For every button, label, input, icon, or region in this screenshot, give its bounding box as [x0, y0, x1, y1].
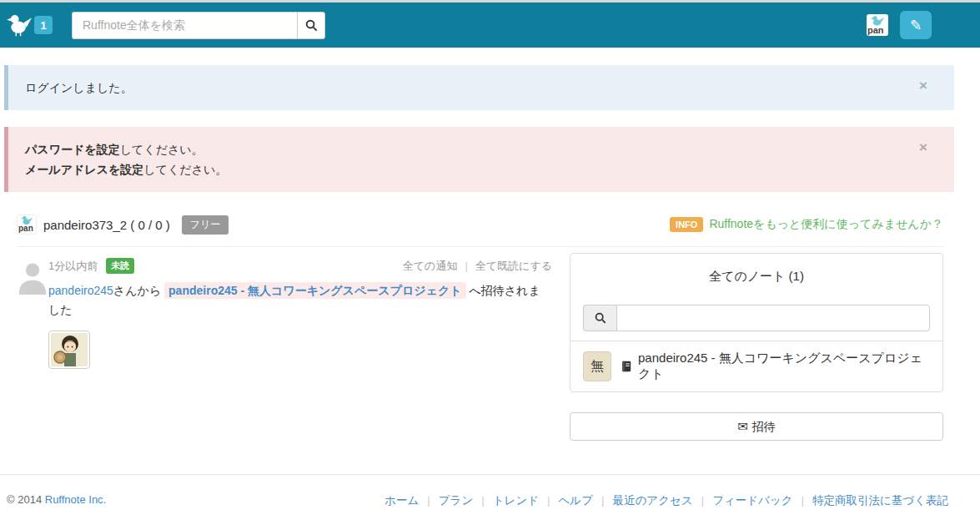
separator: | — [481, 494, 485, 507]
invited-note-link[interactable]: pandeiro245 - 無人コワーキングスペースプロジェクト — [164, 282, 466, 299]
close-icon[interactable]: × — [919, 138, 927, 158]
separator: | — [465, 260, 467, 272]
user-avatar-small[interactable]: pan — [17, 215, 37, 235]
notes-search-input[interactable] — [616, 305, 930, 331]
notification-body: 1分以内前 未読 全ての通知|全て既読にする pandeiro245さんから p… — [48, 253, 552, 370]
settings-warning-alert: パスワードを設定してください。 メールアドレスを設定してください。 × — [4, 127, 954, 192]
footer-link-trend[interactable]: トレンド — [493, 494, 539, 507]
user-bar-right: INFO Ruffnoteをもっと便利に使ってみませんか？ — [670, 217, 943, 232]
warning-line: メールアドレスを設定してください。 — [25, 159, 937, 179]
user-avatar[interactable]: pan — [867, 14, 888, 36]
notes-search — [583, 305, 930, 331]
person-silhouette-icon — [17, 260, 48, 295]
page: 1 pan — [0, 0, 980, 530]
footer-link-home[interactable]: ホーム — [384, 494, 419, 507]
copyright: © 2014 Ruffnote Inc. — [7, 493, 106, 506]
company-link[interactable]: Ruffnote Inc. — [45, 493, 106, 506]
promo-link[interactable]: Ruffnoteをもっと便利に使ってみませんか？ — [709, 217, 943, 232]
pencil-icon: ✎ — [910, 17, 922, 34]
notebook-icon — [621, 361, 632, 372]
user-bar: pan pandeiro373_2 ( 0 / 0 ) フリー INFO Ruf… — [17, 192, 943, 247]
warning-line-rest: してください。 — [120, 143, 204, 156]
user-bar-left: pan pandeiro373_2 ( 0 / 0 ) フリー — [17, 215, 229, 235]
close-icon[interactable]: × — [919, 76, 927, 96]
global-search-button[interactable] — [297, 12, 325, 39]
warning-line: パスワードを設定してください。 — [25, 139, 937, 159]
invite-button-label: 招待 — [752, 420, 776, 433]
envelope-icon: ✉ — [737, 419, 748, 433]
notification-item: 1分以内前 未読 全ての通知|全て既読にする pandeiro245さんから p… — [17, 253, 550, 370]
separator: | — [427, 494, 430, 507]
sender-link[interactable]: pandeiro245 — [48, 284, 113, 297]
topbar-left: 1 — [0, 12, 325, 39]
notification-meta-links: 全ての通知|全て既読にする — [403, 259, 552, 274]
footer-link-help[interactable]: ヘルプ — [559, 494, 593, 507]
mark-all-read-link[interactable]: 全て既読にする — [475, 260, 552, 272]
info-badge: INFO — [670, 217, 703, 232]
footer-link-legal[interactable]: 特定商取引法に基づく表記 — [812, 494, 948, 507]
notification-time: 1分以内前 — [48, 259, 98, 274]
new-note-button[interactable]: ✎ — [900, 11, 932, 39]
separator: | — [701, 494, 705, 507]
separator: | — [802, 494, 805, 507]
all-notifications-link[interactable]: 全ての通知 — [403, 260, 458, 272]
footer: © 2014 Ruffnote Inc. ホーム|プラン|トレンド|ヘルプ|最近… — [0, 474, 980, 508]
username: pandeiro373_2 ( 0 / 0 ) — [43, 218, 170, 232]
main-container: pan pandeiro373_2 ( 0 / 0 ) フリー INFO Ruf… — [17, 192, 943, 441]
copyright-text: © 2014 — [7, 493, 42, 506]
global-search — [72, 12, 325, 39]
login-success-alert: ログインしました。 × — [4, 65, 954, 110]
avatar-label: pan — [867, 25, 884, 35]
footer-link-feedback[interactable]: フィードバック — [712, 494, 792, 507]
unread-badge: 未読 — [106, 258, 134, 274]
plan-badge: フリー — [182, 215, 229, 235]
warning-line-bold: パスワードを設定 — [25, 143, 120, 156]
notifications-column: 1分以内前 未読 全ての通知|全て既読にする pandeiro245さんから p… — [17, 253, 550, 441]
notification-message: pandeiro245さんから pandeiro245 - 無人コワーキングスペ… — [48, 281, 552, 320]
notification-avatar — [17, 253, 48, 370]
pandeiro-avatar-illustration — [51, 333, 88, 366]
separator: | — [601, 494, 605, 507]
notes-panel: 全てのノート (1) 無 — [570, 253, 943, 392]
footer-link-plan[interactable]: プラン — [439, 494, 473, 507]
avatar-label: pan — [18, 224, 33, 233]
note-list-item[interactable]: 無 pandeiro245 - 無人コワーキングスペースプロジェクト — [570, 341, 942, 391]
separator: | — [547, 494, 550, 507]
notification-meta-left: 1分以内前 未読 — [48, 258, 134, 274]
notification-meta-row: 1分以内前 未読 全ての通知|全て既読にする — [48, 258, 552, 274]
content-columns: 1分以内前 未読 全ての通知|全て既読にする pandeiro245さんから p… — [17, 253, 943, 441]
topbar-right: pan ✎ — [867, 11, 932, 39]
warning-line-bold: メールアドレスを設定 — [25, 163, 143, 176]
warning-line-rest: してください。 — [143, 163, 227, 176]
notification-count-badge[interactable]: 1 — [34, 16, 53, 34]
ruffnote-bird-logo-icon[interactable] — [7, 13, 32, 38]
footer-links: ホーム|プラン|トレンド|ヘルプ|最近のアクセス|フィードバック|特定商取引法に… — [384, 493, 948, 508]
footer-link-recent-access[interactable]: 最近のアクセス — [613, 494, 693, 507]
search-icon — [595, 312, 606, 324]
sender-avatar-image[interactable] — [48, 331, 90, 369]
top-navbar: 1 pan — [0, 3, 980, 48]
notes-search-addon — [583, 305, 616, 331]
message-middle: さんから — [113, 284, 164, 297]
login-alert-text: ログインしました。 — [25, 81, 133, 94]
search-icon — [305, 19, 318, 32]
note-title: pandeiro245 - 無人コワーキングスペースプロジェクト — [638, 351, 930, 382]
invite-button[interactable]: ✉招待 — [570, 412, 943, 441]
global-search-input[interactable] — [72, 12, 297, 39]
note-thumbnail: 無 — [583, 351, 611, 381]
notes-column: 全てのノート (1) 無 — [570, 253, 943, 441]
notes-panel-title: 全てのノート (1) — [570, 254, 942, 285]
